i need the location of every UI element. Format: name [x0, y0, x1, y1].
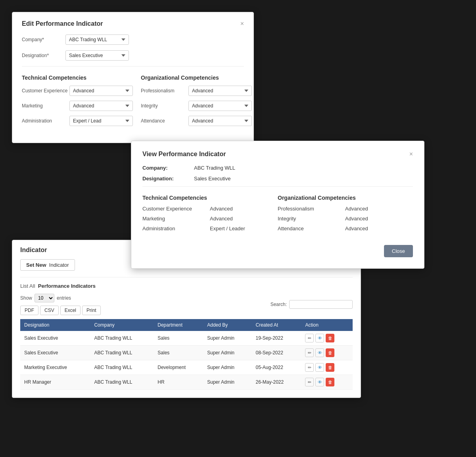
- edit-modal-title: Edit Performance Indicator: [22, 20, 103, 27]
- table-body: Sales Executive ABC Trading WLL Sales Su…: [20, 331, 353, 390]
- set-new-suffix: Indicator: [49, 262, 69, 268]
- designation-select[interactable]: Sales Executive: [65, 50, 129, 61]
- competencies-section: Technical Competencies Customer Experien…: [22, 71, 244, 131]
- action-icons: ✏ 👁 🗑: [305, 378, 349, 386]
- view-tech-label-1: Marketing: [142, 216, 210, 222]
- csv-button[interactable]: CSV: [40, 306, 59, 315]
- search-area: Search:: [271, 300, 353, 309]
- row-created-at: 26-May-2022: [251, 375, 301, 390]
- edit-close-button[interactable]: ×: [240, 21, 244, 27]
- edit-icon[interactable]: ✏: [305, 334, 314, 342]
- tech-select-0[interactable]: Advanced: [69, 86, 133, 96]
- designation-label: Designation*: [22, 53, 65, 58]
- set-new-indicator-button[interactable]: Set New Indicator: [20, 259, 75, 271]
- delete-icon[interactable]: 🗑: [326, 348, 334, 357]
- col-added-by: Added By: [203, 319, 251, 331]
- org-select-1[interactable]: Advanced: [188, 101, 252, 111]
- view-org-value-1: Advanced: [345, 216, 368, 222]
- technical-title: Technical Competencies: [22, 75, 133, 81]
- view-modal-header: View Performance Indicator ×: [142, 151, 413, 158]
- view-org-row-2: Attendance Advanced: [278, 226, 413, 231]
- row-added-by: Super Admin: [203, 360, 251, 375]
- row-action: ✏ 👁 🗑: [301, 346, 353, 360]
- view-org-value-2: Advanced: [345, 226, 368, 231]
- set-new-label: Set New: [26, 262, 46, 268]
- view-icon[interactable]: 👁: [315, 363, 324, 372]
- view-icon[interactable]: 👁: [315, 348, 324, 357]
- col-company: Company: [90, 319, 154, 331]
- view-organizational-col: Organizational Competencies Professional…: [278, 191, 413, 235]
- entries-label: entries: [57, 295, 71, 301]
- company-label: Company*: [22, 37, 65, 42]
- view-tech-value-2: Expert / Leader: [210, 226, 245, 231]
- table-row: HR Manager ABC Trading WLL HR Super Admi…: [20, 375, 353, 390]
- row-added-by: Super Admin: [203, 331, 251, 346]
- print-button[interactable]: Print: [82, 306, 101, 315]
- row-company: ABC Trading WLL: [90, 360, 154, 375]
- view-designation-value: Sales Executive: [194, 176, 231, 182]
- org-label-2: Attendance: [141, 118, 188, 124]
- export-buttons: PDF CSV Excel Print: [20, 306, 101, 315]
- table-header-row: Designation Company Department Added By …: [20, 319, 353, 331]
- row-added-by: Super Admin: [203, 346, 251, 360]
- view-close-button[interactable]: Close: [384, 245, 413, 257]
- panel-divider: [20, 277, 353, 277]
- tech-label-0: Customer Experience: [22, 88, 69, 94]
- technical-competencies-col: Technical Competencies Customer Experien…: [22, 71, 133, 131]
- edit-icon[interactable]: ✏: [305, 378, 314, 386]
- org-select-0[interactable]: Advanced: [188, 86, 252, 96]
- tech-row-1: Marketing Advanced: [22, 101, 133, 111]
- excel-button[interactable]: Excel: [60, 306, 81, 315]
- tech-select-1[interactable]: Advanced: [69, 101, 133, 111]
- view-company-row: Company: ABC Trading WLL Designation: Sa…: [142, 165, 413, 182]
- table-head: Designation Company Department Added By …: [20, 319, 353, 331]
- company-select[interactable]: ABC Trading WLL: [65, 34, 129, 45]
- tech-label-2: Administration: [22, 118, 69, 124]
- row-designation: Marketing Executive: [20, 360, 90, 375]
- row-action: ✏ 👁 🗑: [301, 331, 353, 346]
- row-department: Sales: [154, 346, 203, 360]
- view-technical-col: Technical Competencies Customer Experien…: [142, 191, 278, 235]
- delete-icon[interactable]: 🗑: [326, 363, 334, 372]
- edit-icon[interactable]: ✏: [305, 363, 314, 372]
- delete-icon[interactable]: 🗑: [326, 378, 334, 386]
- tech-label-1: Marketing: [22, 103, 69, 109]
- view-divider: [142, 186, 413, 187]
- row-designation: Sales Executive: [20, 331, 90, 346]
- tech-select-2[interactable]: Expert / Lead: [69, 116, 133, 126]
- view-technical-title: Technical Competencies: [142, 195, 278, 201]
- organizational-competencies-col: Organizational Competencies Professional…: [141, 71, 252, 131]
- view-icon[interactable]: 👁: [315, 378, 324, 386]
- view-org-value-0: Advanced: [345, 206, 368, 212]
- delete-icon[interactable]: 🗑: [326, 334, 334, 342]
- performance-table: Designation Company Department Added By …: [20, 319, 353, 390]
- action-icons: ✏ 👁 🗑: [305, 334, 349, 342]
- col-department: Department: [154, 319, 203, 331]
- row-added-by: Super Admin: [203, 375, 251, 390]
- show-entries: Show 10 25 50 entries: [20, 294, 101, 302]
- organizational-title: Organizational Competencies: [141, 75, 252, 81]
- search-input[interactable]: [289, 300, 353, 309]
- view-org-row-0: Professionalism Advanced: [278, 206, 413, 212]
- view-competencies-section: Technical Competencies Customer Experien…: [142, 191, 413, 235]
- view-designation-field: Designation: Sales Executive: [142, 176, 413, 182]
- view-tech-value-0: Advanced: [210, 206, 233, 212]
- row-department: Sales: [154, 331, 203, 346]
- list-header: List All Performance Indicators: [20, 283, 353, 289]
- view-modal-title: View Performance Indicator: [142, 151, 226, 158]
- row-department: Development: [154, 360, 203, 375]
- org-row-0: Professionalism Advanced: [141, 86, 252, 96]
- pdf-button[interactable]: PDF: [20, 306, 38, 315]
- view-close-icon[interactable]: ×: [409, 151, 413, 157]
- list-main: Performance Indicators: [38, 283, 96, 289]
- view-icon[interactable]: 👁: [315, 334, 324, 342]
- tech-row-2: Administration Expert / Lead: [22, 116, 133, 126]
- entries-select[interactable]: 10 25 50: [35, 294, 54, 302]
- view-org-label-1: Integrity: [278, 216, 345, 222]
- edit-modal: Edit Performance Indicator × Company* AB…: [12, 12, 254, 143]
- org-row-2: Attendance Advanced: [141, 116, 252, 126]
- org-select-2[interactable]: Advanced: [188, 116, 252, 126]
- row-company: ABC Trading WLL: [90, 331, 154, 346]
- view-tech-label-2: Administration: [142, 226, 210, 231]
- edit-icon[interactable]: ✏: [305, 348, 314, 357]
